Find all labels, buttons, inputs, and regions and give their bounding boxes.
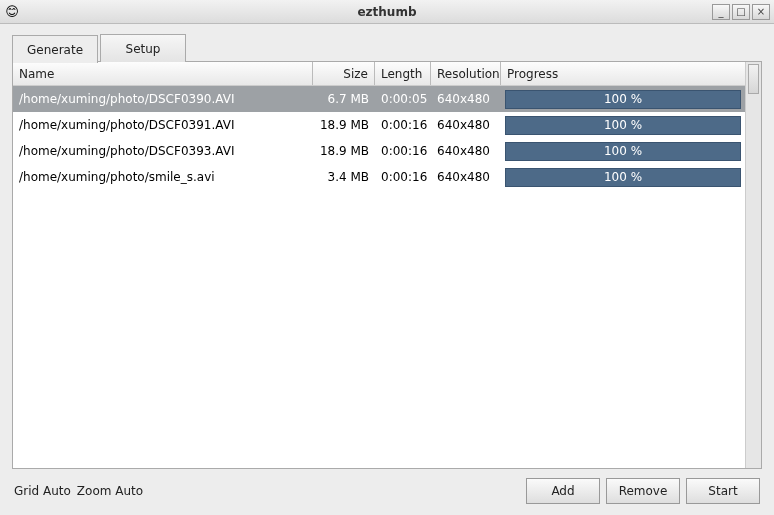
close-button[interactable]: × — [752, 4, 770, 20]
cell-resolution: 640x480 — [431, 140, 501, 162]
cell-name: /home/xuming/photo/smile_s.avi — [13, 166, 313, 188]
table-body: /home/xuming/photo/DSCF0390.AVI6.7 MB0:0… — [13, 86, 745, 468]
cell-resolution: 640x480 — [431, 114, 501, 136]
cell-length: 0:00:16 — [375, 114, 431, 136]
cell-length: 0:00:16 — [375, 166, 431, 188]
progress-bar: 100 % — [505, 116, 741, 135]
start-button[interactable]: Start — [686, 478, 760, 504]
col-header-name[interactable]: Name — [13, 62, 313, 85]
col-header-progress[interactable]: Progress — [501, 62, 745, 85]
table-header: Name Size Length Resolution Progress — [13, 62, 745, 86]
status-grid: Grid Auto — [14, 484, 71, 498]
table-row[interactable]: /home/xuming/photo/DSCF0393.AVI18.9 MB0:… — [13, 138, 745, 164]
col-header-resolution[interactable]: Resolution — [431, 62, 501, 85]
tab-bar: Generate Setup — [12, 34, 762, 62]
table-row[interactable]: /home/xuming/photo/smile_s.avi3.4 MB0:00… — [13, 164, 745, 190]
file-table: Name Size Length Resolution Progress /ho… — [12, 61, 762, 469]
tab-setup-label: Setup — [126, 42, 161, 56]
app-window: 😊 ezthumb _ □ × Generate Setup Name Size… — [0, 0, 774, 515]
vertical-scrollbar[interactable] — [745, 62, 761, 468]
progress-bar: 100 % — [505, 168, 741, 187]
col-header-size[interactable]: Size — [313, 62, 375, 85]
window-controls: _ □ × — [712, 4, 770, 20]
cell-size: 6.7 MB — [313, 88, 375, 110]
tab-generate-label: Generate — [27, 43, 83, 57]
cell-resolution: 640x480 — [431, 166, 501, 188]
add-button[interactable]: Add — [526, 478, 600, 504]
minimize-button[interactable]: _ — [712, 4, 730, 20]
col-header-length[interactable]: Length — [375, 62, 431, 85]
titlebar: 😊 ezthumb _ □ × — [0, 0, 774, 24]
content-area: Generate Setup Name Size Length Resoluti… — [0, 24, 774, 515]
maximize-button[interactable]: □ — [732, 4, 750, 20]
progress-bar: 100 % — [505, 142, 741, 161]
app-icon: 😊 — [4, 4, 20, 20]
cell-size: 18.9 MB — [313, 140, 375, 162]
status-zoom: Zoom Auto — [77, 484, 143, 498]
progress-bar: 100 % — [505, 90, 741, 109]
status-bar: Grid Auto Zoom Auto Add Remove Start — [12, 475, 762, 507]
cell-size: 3.4 MB — [313, 166, 375, 188]
cell-length: 0:00:05 — [375, 88, 431, 110]
cell-progress: 100 % — [501, 87, 745, 112]
file-table-main: Name Size Length Resolution Progress /ho… — [13, 62, 745, 468]
table-row[interactable]: /home/xuming/photo/DSCF0390.AVI6.7 MB0:0… — [13, 86, 745, 112]
cell-progress: 100 % — [501, 165, 745, 190]
cell-progress: 100 % — [501, 139, 745, 164]
tab-setup[interactable]: Setup — [100, 34, 186, 62]
action-buttons: Add Remove Start — [526, 478, 760, 504]
cell-size: 18.9 MB — [313, 114, 375, 136]
window-title: ezthumb — [0, 5, 774, 19]
cell-name: /home/xuming/photo/DSCF0393.AVI — [13, 140, 313, 162]
cell-name: /home/xuming/photo/DSCF0391.AVI — [13, 114, 313, 136]
tab-generate[interactable]: Generate — [12, 35, 98, 63]
remove-button[interactable]: Remove — [606, 478, 680, 504]
table-row[interactable]: /home/xuming/photo/DSCF0391.AVI18.9 MB0:… — [13, 112, 745, 138]
cell-progress: 100 % — [501, 113, 745, 138]
cell-name: /home/xuming/photo/DSCF0390.AVI — [13, 88, 313, 110]
cell-resolution: 640x480 — [431, 88, 501, 110]
tab-spacer — [188, 34, 762, 62]
cell-length: 0:00:16 — [375, 140, 431, 162]
scrollbar-thumb[interactable] — [748, 64, 759, 94]
